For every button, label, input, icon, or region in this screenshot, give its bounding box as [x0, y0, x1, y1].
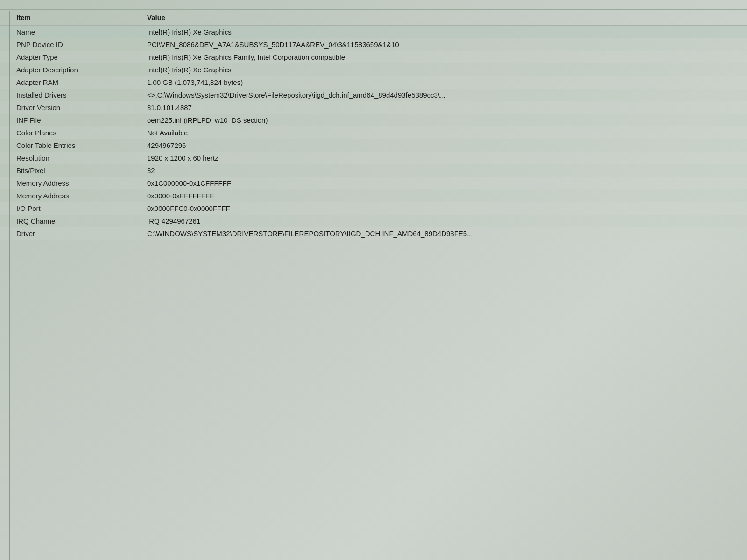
table-cell-value: Intel(R) Iris(R) Xe Graphics: [131, 63, 747, 76]
table-row: IRQ ChannelIRQ 4294967261: [0, 215, 747, 227]
table-cell-value: C:\WINDOWS\SYSTEM32\DRIVERSTORE\FILEREPO…: [131, 227, 747, 240]
table-cell-item: Color Table Entries: [0, 139, 131, 152]
table-header-row: Item Value: [0, 11, 747, 26]
column-header-value: Value: [131, 11, 747, 26]
table-cell-value: 32: [131, 164, 747, 177]
table-cell-item: Color Planes: [0, 126, 131, 139]
table-cell-item: INF File: [0, 114, 131, 126]
table-row: DriverC:\WINDOWS\SYSTEM32\DRIVERSTORE\FI…: [0, 227, 747, 240]
table-cell-value: Intel(R) Iris(R) Xe Graphics Family, Int…: [131, 51, 747, 63]
screen-container: Item Value NameIntel(R) Iris(R) Xe Graph…: [0, 0, 747, 560]
properties-table: Item Value NameIntel(R) Iris(R) Xe Graph…: [0, 11, 747, 240]
table-row: Bits/Pixel32: [0, 164, 747, 177]
table-cell-item: I/O Port: [0, 202, 131, 215]
table-row: PNP Device IDPCI\VEN_8086&DEV_A7A1&SUBSY…: [0, 38, 747, 51]
table-cell-value: Not Available: [131, 126, 747, 139]
table-cell-value: <>,C:\Windows\System32\DriverStore\FileR…: [131, 89, 747, 101]
top-border: [0, 9, 747, 10]
table-cell-item: Adapter Type: [0, 51, 131, 63]
table-cell-value: 0x1C000000-0x1CFFFFFF: [131, 177, 747, 189]
table-cell-item: Memory Address: [0, 177, 131, 189]
table-row: NameIntel(R) Iris(R) Xe Graphics: [0, 26, 747, 39]
table-row: Color PlanesNot Available: [0, 126, 747, 139]
table-cell-item: Driver Version: [0, 101, 131, 114]
table-row: Driver Version31.0.101.4887: [0, 101, 747, 114]
container-wrapper: Item Value NameIntel(R) Iris(R) Xe Graph…: [0, 11, 747, 560]
table-cell-value: IRQ 4294967261: [131, 215, 747, 227]
table-cell-value: 1920 x 1200 x 60 hertz: [131, 152, 747, 164]
table-cell-item: Adapter RAM: [0, 76, 131, 89]
table-row: Memory Address0x0000-0xFFFFFFFF: [0, 189, 747, 202]
table-row: Memory Address0x1C000000-0x1CFFFFFF: [0, 177, 747, 189]
column-header-item: Item: [0, 11, 131, 26]
left-border: [9, 11, 10, 560]
table-cell-value: 4294967296: [131, 139, 747, 152]
table-row: Resolution1920 x 1200 x 60 hertz: [0, 152, 747, 164]
table-row: Adapter DescriptionIntel(R) Iris(R) Xe G…: [0, 63, 747, 76]
table-cell-item: PNP Device ID: [0, 38, 131, 51]
table-row: Color Table Entries4294967296: [0, 139, 747, 152]
table-cell-value: 0x0000FFC0-0x0000FFFF: [131, 202, 747, 215]
table-cell-item: Name: [0, 26, 131, 39]
table-cell-value: 31.0.101.4887: [131, 101, 747, 114]
table-cell-item: IRQ Channel: [0, 215, 131, 227]
table-cell-value: oem225.inf (iRPLPD_w10_DS section): [131, 114, 747, 126]
table-cell-item: Adapter Description: [0, 63, 131, 76]
table-cell-item: Installed Drivers: [0, 89, 131, 101]
table-cell-value: Intel(R) Iris(R) Xe Graphics: [131, 26, 747, 39]
table-cell-item: Memory Address: [0, 189, 131, 202]
table-cell-item: Driver: [0, 227, 131, 240]
table-cell-item: Resolution: [0, 152, 131, 164]
table-cell-value: PCI\VEN_8086&DEV_A7A1&SUBSYS_50D117AA&RE…: [131, 38, 747, 51]
table-row: Adapter RAM1.00 GB (1,073,741,824 bytes): [0, 76, 747, 89]
table-cell-item: Bits/Pixel: [0, 164, 131, 177]
table-row: I/O Port0x0000FFC0-0x0000FFFF: [0, 202, 747, 215]
table-cell-value: 1.00 GB (1,073,741,824 bytes): [131, 76, 747, 89]
table-row: INF Fileoem225.inf (iRPLPD_w10_DS sectio…: [0, 114, 747, 126]
table-row: Installed Drivers<>,C:\Windows\System32\…: [0, 89, 747, 101]
table-cell-value: 0x0000-0xFFFFFFFF: [131, 189, 747, 202]
table-row: Adapter TypeIntel(R) Iris(R) Xe Graphics…: [0, 51, 747, 63]
